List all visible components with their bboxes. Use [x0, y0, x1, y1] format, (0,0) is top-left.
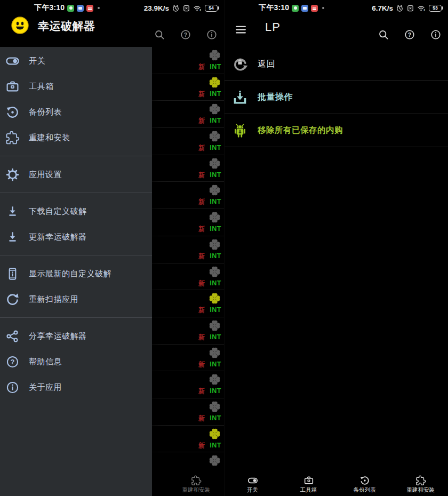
menu-item-remove-saved-purchases[interactable]: 移除所有已保存的内购	[225, 114, 448, 147]
menu-item-label: 返回	[258, 59, 275, 70]
nav-tab-label: 重建和安装	[182, 487, 210, 493]
app-bar-actions	[154, 29, 218, 41]
app-badges: 新 INT	[198, 306, 222, 315]
badge-int: INT	[210, 144, 221, 151]
badge-new: 新	[198, 387, 205, 396]
drawer-item-label: 分享幸运破解器	[29, 331, 87, 341]
badge-new: 新	[198, 414, 205, 423]
search-icon[interactable]	[154, 29, 165, 41]
drawer-item-download-custom-patch[interactable]: 下载自定义破解	[0, 198, 152, 224]
app-badges: 新 INT	[198, 252, 222, 261]
briefcase-icon	[5, 79, 20, 94]
drawer-item-toolbox[interactable]: 工具箱	[0, 74, 152, 99]
drawer-item-label: 显示最新的自定义破解	[29, 269, 111, 279]
badge-int: INT	[210, 252, 221, 260]
badge-int: INT	[210, 225, 221, 233]
app-badges: 新 INT	[198, 387, 222, 396]
drawer-item-label: 关于应用	[29, 382, 62, 393]
download-icon	[5, 204, 20, 219]
status-left-group: 下午3:10	[34, 3, 100, 13]
status-time: 下午3:10	[259, 3, 289, 13]
badge-int: INT	[210, 414, 221, 422]
drawer-item-share[interactable]: 分享幸运破解器	[0, 323, 152, 349]
nav-tab-rebuild-install[interactable]: 重建和安装	[393, 471, 448, 496]
menu-item-label: 移除所有已保存的内购	[258, 125, 343, 136]
drawer-item-update-lucky-patcher[interactable]: 更新幸运破解器	[0, 224, 152, 250]
help-icon[interactable]	[404, 29, 415, 41]
app-badges: 新 INT	[198, 360, 222, 369]
app-bar: LP	[225, 16, 448, 47]
nav-tab-rebuild-install[interactable]: 重建和安装	[168, 471, 224, 496]
badge-new: 新	[198, 90, 205, 99]
nav-tab-toolbox[interactable]: 工具箱	[281, 471, 337, 496]
app-badges: 新 INT	[198, 279, 222, 288]
nav-tab-toggles[interactable]: 开关	[225, 471, 281, 496]
drawer-item-label: 重新扫描应用	[29, 294, 78, 305]
drawer-item-toggles[interactable]: 开关	[0, 48, 152, 74]
alarm-icon	[396, 4, 404, 12]
alarm-icon	[172, 4, 180, 12]
info-icon[interactable]	[206, 29, 218, 41]
drawer-item-settings[interactable]: 应用设置	[0, 162, 152, 187]
drawer-divider	[0, 156, 152, 156]
briefcase-icon	[303, 475, 314, 486]
no-sim-icon	[182, 4, 190, 12]
puzzle-icon	[415, 475, 426, 486]
notification-app-icon-green	[292, 5, 299, 12]
restore-icon	[5, 105, 20, 119]
app-badges: 新 INT	[198, 333, 222, 342]
status-left-group: 下午3:10	[259, 3, 324, 13]
badge-new: 新	[198, 333, 205, 342]
notification-app-icon-red	[86, 5, 93, 12]
search-icon[interactable]	[378, 29, 389, 41]
puzzle-icon	[5, 131, 20, 145]
nav-tab-backup-list[interactable]: 备份列表	[337, 471, 393, 496]
badge-int: INT	[210, 306, 221, 314]
clover-status-icon	[207, 318, 222, 333]
drawer-item-rebuild-install[interactable]: 重建和安装	[0, 125, 152, 150]
badge-int: INT	[210, 361, 221, 368]
app-badges: 新 INT	[198, 414, 222, 423]
app-badges: 新 INT	[198, 116, 222, 125]
drawer-item-about[interactable]: 关于应用	[0, 374, 152, 400]
drawer-item-rescan-apps[interactable]: 重新扫描应用	[0, 286, 152, 312]
drawer-item-label: 更新幸运破解器	[29, 232, 87, 242]
app-badges: 新 INT	[198, 197, 222, 206]
app-badges: 新 INT	[198, 171, 222, 180]
badge-int: INT	[210, 442, 221, 449]
menu-item-label: 批量操作	[258, 92, 293, 103]
app-bar: 幸运破解器	[0, 16, 224, 47]
app-title: LP	[265, 20, 281, 34]
help-icon[interactable]	[180, 29, 191, 41]
badge-new: 新	[198, 225, 205, 234]
drawer-item-help[interactable]: 帮助信息	[0, 349, 152, 374]
notification-app-icon-green	[67, 5, 74, 12]
menu-hamburger-icon[interactable]	[234, 23, 247, 36]
clover-status-icon	[207, 237, 222, 252]
bottom-nav: 开关 工具箱 备份列表 重建和安装	[225, 471, 448, 496]
badge-int: INT	[210, 63, 221, 70]
clover-status-icon	[207, 129, 222, 143]
wifi-icon	[193, 4, 201, 12]
clover-status-icon	[207, 291, 222, 306]
menu-item-back[interactable]: 返回	[225, 48, 448, 81]
drawer-item-label: 备份列表	[29, 107, 62, 117]
restore-icon	[359, 475, 370, 486]
battery-indicator: 53	[429, 5, 442, 12]
drawer-item-label: 下载自定义破解	[29, 206, 87, 217]
android-robot-icon	[231, 122, 249, 140]
drawer-item-show-latest-patches[interactable]: 显示最新的自定义破解	[0, 261, 152, 286]
clover-status-icon	[207, 102, 222, 116]
app-badges: 新 INT	[198, 441, 222, 450]
nav-tab-label: 工具箱	[300, 487, 317, 493]
drawer-item-label: 帮助信息	[29, 357, 62, 367]
badge-new: 新	[198, 306, 205, 315]
nav-tab-label: 重建和安装	[406, 487, 435, 493]
clover-status-icon	[207, 346, 222, 360]
menu-item-batch-operations[interactable]: 批量操作	[225, 81, 448, 114]
badge-new: 新	[198, 360, 205, 369]
drawer-item-backup-list[interactable]: 备份列表	[0, 99, 152, 125]
info-icon[interactable]	[430, 29, 442, 41]
status-bar: 下午3:10 6.7K/s 53	[225, 0, 448, 16]
download-icon	[5, 230, 20, 244]
